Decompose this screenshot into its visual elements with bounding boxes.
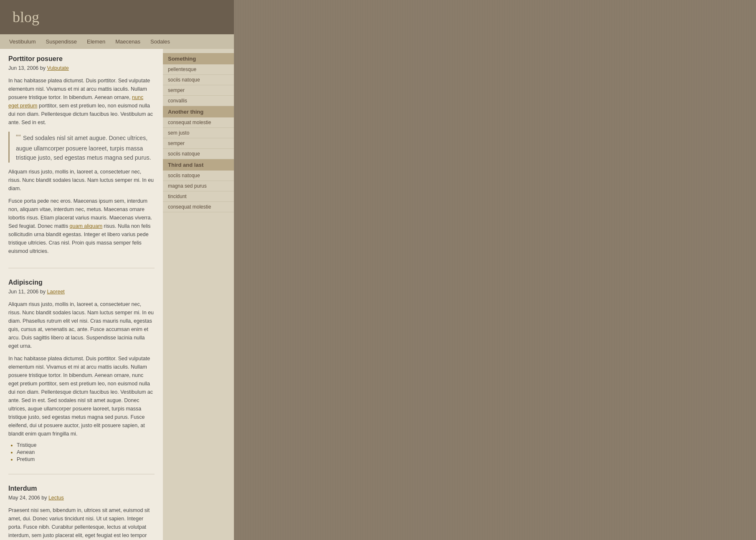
list-item: Tristique [17, 442, 155, 448]
sidebar-link[interactable]: consequat molestie [163, 117, 234, 128]
list-item: Aenean [17, 449, 155, 455]
post-author-link[interactable]: Laoreet [47, 289, 64, 295]
nav-link[interactable]: Vestibulum [4, 34, 41, 49]
nav-link[interactable]: Maecenas [110, 34, 145, 49]
nav-list: VestibulumSuspendisseElemenMaecenasSodal… [0, 34, 234, 49]
main-content: Porttitor posuereJun 13, 2006 by Vulputa… [0, 49, 163, 540]
nav-item: Sodales [145, 34, 175, 49]
post: InterdumMay 24, 2006 by LectusPraesent n… [8, 485, 155, 540]
sidebar-link[interactable]: sociis natoque [163, 171, 234, 181]
sidebar-link[interactable]: sociis natoque [163, 149, 234, 159]
post-title: Porttitor posuere [8, 55, 155, 63]
post-meta: Jun 13, 2006 by Vulputate [8, 64, 155, 72]
sidebar-section-header: Something [163, 53, 234, 64]
sidebar-link[interactable]: semper [163, 85, 234, 96]
sidebar-section-header: Another thing [163, 106, 234, 117]
sidebar-link[interactable]: consequat molestie [163, 202, 234, 212]
sidebar-section-header: Third and last [163, 159, 234, 171]
post-inline-link[interactable]: quam aliquam [70, 223, 103, 229]
post-list: TristiqueAeneanPretium [17, 442, 155, 462]
nav-link[interactable]: Elemen [82, 34, 110, 49]
post-paragraph: In hac habitasse platea dictumst. Duis p… [8, 354, 155, 438]
nav-item: Elemen [82, 34, 110, 49]
post-paragraph: Praesent nisi sem, bibendum in, ultrices… [8, 506, 155, 540]
content-wrapper: Porttitor posuereJun 13, 2006 by Vulputa… [0, 49, 234, 540]
post-paragraph: Aliquam risus justo, mollis in, laoreet … [8, 300, 155, 350]
post-meta: Jun 11, 2006 by Laoreet [8, 288, 155, 296]
post: Porttitor posuereJun 13, 2006 by Vulputa… [8, 55, 155, 268]
post-author-link[interactable]: Vulputate [47, 65, 68, 71]
post-meta: May 24, 2006 by Lectus [8, 494, 155, 502]
post-title: Adipiscing [8, 279, 155, 286]
nav-link[interactable]: Sodales [145, 34, 175, 49]
post: AdipiscingJun 11, 2006 by LaoreetAliquam… [8, 279, 155, 474]
nav-link[interactable]: Suspendisse [41, 34, 82, 49]
sidebar-link[interactable]: magna sed purus [163, 181, 234, 191]
sidebar: Somethingpellentesquesociis natoquesempe… [163, 49, 234, 540]
post-author-link[interactable]: Lectus [48, 495, 64, 501]
post-blockquote: Sed sodales nisl sit amet augue. Donec u… [8, 132, 155, 163]
post-paragraph: Aliquam risus justo, mollis in, laoreet … [8, 168, 155, 193]
main-nav: VestibulumSuspendisseElemenMaecenasSodal… [0, 34, 234, 49]
site-title: blog [13, 8, 226, 26]
sidebar-link[interactable]: sem justo [163, 128, 234, 138]
site-header: blog [0, 0, 234, 34]
list-item: Pretium [17, 456, 155, 462]
nav-item: Suspendisse [41, 34, 82, 49]
post-paragraph: Fusce porta pede nec eros. Maecenas ipsu… [8, 197, 155, 255]
sidebar-link[interactable]: pellentesque [163, 64, 234, 75]
nav-item: Vestibulum [4, 34, 41, 49]
sidebar-link[interactable]: tincidunt [163, 191, 234, 202]
post-title: Interdum [8, 485, 155, 492]
nav-item: Maecenas [110, 34, 145, 49]
sidebar-link[interactable]: sociis natoque [163, 75, 234, 85]
sidebar-link[interactable]: convallis [163, 96, 234, 106]
sidebar-link[interactable]: semper [163, 138, 234, 149]
post-inline-link[interactable]: nunc eget pretium [8, 94, 143, 109]
post-paragraph: In hac habitasse platea dictumst. Duis p… [8, 76, 155, 127]
